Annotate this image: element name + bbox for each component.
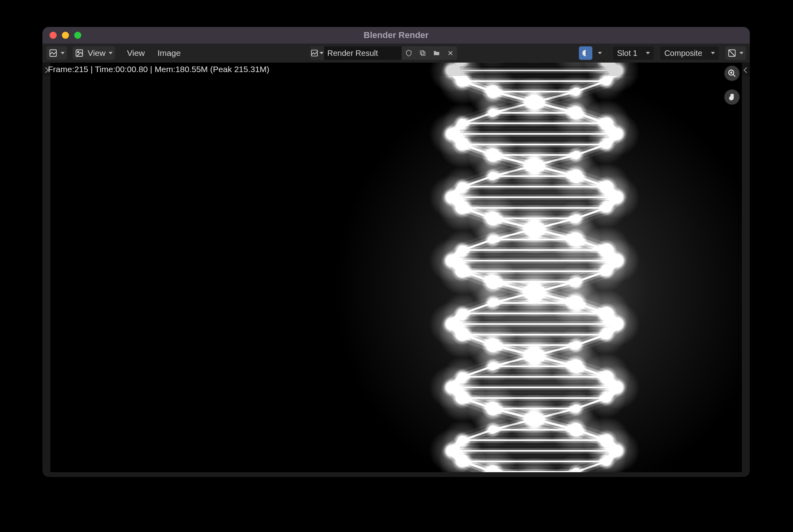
chevron-down-icon [320, 52, 324, 54]
menu-view[interactable]: View [122, 48, 149, 58]
traffic-lights [50, 32, 81, 39]
expand-left-panel-button[interactable] [44, 67, 50, 74]
pan-gizmo[interactable] [724, 90, 739, 105]
pass-label: Composite [664, 49, 702, 58]
image-name-field[interactable]: Render Result [324, 46, 402, 60]
rendered-image [50, 63, 742, 472]
render-window: Blender Render View [42, 27, 750, 477]
zoom-icon [728, 69, 736, 78]
svg-rect-4 [421, 52, 425, 55]
zoom-gizmo[interactable] [724, 66, 739, 81]
open-image-button[interactable] [429, 46, 443, 60]
render-pass-dropdown[interactable]: Composite [660, 46, 719, 60]
chevron-down-icon [598, 52, 602, 54]
image-icon [310, 49, 318, 57]
render-status-bar: Frame:215 | Time:00:00.80 | Mem:180.55M … [42, 63, 750, 76]
color-sphere-icon [581, 49, 590, 57]
maximize-window-button[interactable] [74, 32, 81, 39]
image-mode-dropdown[interactable]: View [73, 46, 115, 60]
image-editor-toolbar: View View Image Render Result [42, 44, 750, 63]
chevron-down-icon [646, 52, 650, 54]
hand-icon [728, 93, 736, 101]
duplicate-icon [418, 49, 427, 57]
editor-type-dropdown[interactable] [46, 46, 67, 60]
image-mode-icon [75, 49, 84, 57]
duplicate-image-button[interactable] [416, 46, 429, 60]
menu-item-label: Image [157, 48, 180, 57]
chevron-down-icon [739, 52, 743, 54]
svg-rect-3 [311, 50, 317, 56]
chevron-down-icon [61, 52, 65, 54]
render-status-text: Frame:215 | Time:00:00.80 | Mem:180.55M … [48, 65, 269, 74]
menu-item-label: View [88, 48, 105, 58]
titlebar: Blender Render [42, 27, 750, 44]
color-management-dropdown[interactable] [594, 46, 604, 60]
menu-image[interactable]: Image [153, 48, 185, 58]
close-window-button[interactable] [50, 32, 57, 39]
shield-icon [404, 49, 413, 57]
close-icon [446, 49, 455, 57]
unlink-image-button[interactable] [443, 46, 457, 60]
render-slot-dropdown[interactable]: Slot 1 [613, 46, 654, 60]
folder-icon [432, 49, 441, 57]
display-channels-dropdown[interactable] [725, 46, 746, 60]
chevron-down-icon [109, 52, 113, 54]
viewport-nav-gizmos [724, 66, 739, 105]
svg-line-11 [733, 74, 736, 77]
fake-user-toggle[interactable] [402, 46, 416, 60]
slot-label: Slot 1 [617, 49, 637, 58]
svg-point-2 [77, 51, 79, 53]
display-channels-icon [728, 49, 736, 57]
render-viewport[interactable] [50, 63, 742, 472]
chevron-down-icon [711, 52, 715, 54]
window-title: Blender Render [42, 30, 750, 40]
image-datablock-selector: Render Result [310, 46, 457, 60]
browse-image-button[interactable] [310, 46, 324, 60]
image-editor-icon [49, 49, 57, 57]
image-name-text: Render Result [327, 49, 378, 58]
minimize-window-button[interactable] [62, 32, 69, 39]
svg-rect-5 [420, 51, 424, 54]
color-management-button[interactable] [579, 46, 592, 60]
expand-right-panel-button[interactable] [743, 67, 748, 74]
menu-item-label: View [127, 48, 145, 57]
